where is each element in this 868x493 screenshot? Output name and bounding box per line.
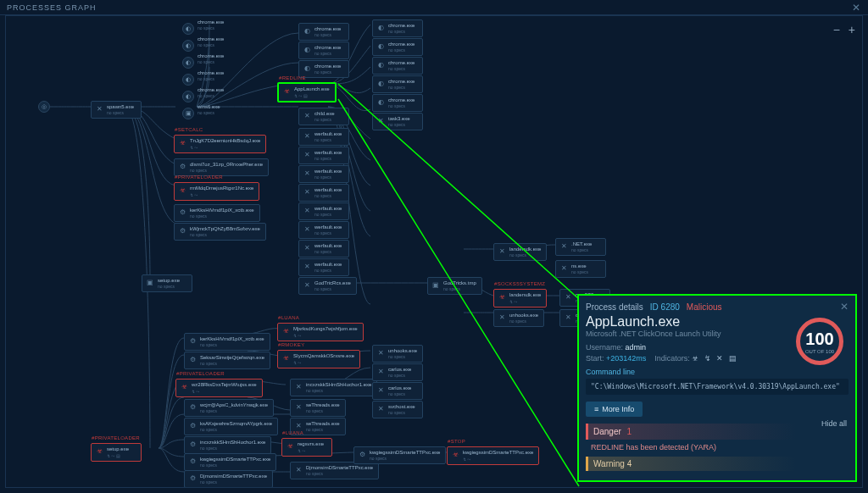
process-node[interactable]: ⚙SeksarSinwijeQrjefwzqn.exeno specs <box>184 352 270 369</box>
threat-tag: #PRIVATELOADER <box>175 174 223 180</box>
process-node[interactable]: ▣GodTricks.tmpno specs <box>427 277 482 295</box>
process-node[interactable]: chrome.exeno specs <box>198 36 248 47</box>
chrome-icon[interactable]: ◐ <box>182 23 194 35</box>
gear-icon: ⚙ <box>358 450 366 458</box>
process-node[interactable]: ✕seThreads.exeno specs <box>290 399 346 417</box>
process-node-malicious[interactable]: #SETCALC ☣ TnJgK7D2eemionHkBsdqJ.exe↯ ⤳ <box>174 135 266 153</box>
threat-tag: #SOCKS5SYSTEMZ <box>494 281 545 286</box>
process-node[interactable]: ⚙kwgiegssimDSmarteTTPxc.exeno specs <box>353 446 446 464</box>
process-node[interactable]: chrome.exeno specs <box>198 87 248 98</box>
indicators-label: Indicators: <box>654 354 690 363</box>
process-node[interactable]: ⚙kerKksHiVmdf1piX_xctb.exeno specs <box>184 333 270 351</box>
root-process-icon[interactable]: ◎ <box>38 101 50 113</box>
process-node[interactable]: ⚙ kWjmckTpQhZyB8mSofxrv.exeno specs <box>174 223 266 241</box>
process-node-highlighted[interactable]: #REDLINE ☣ AppLaunch.exe↯ ⤳ ▤ <box>277 82 337 102</box>
wrench-icon: ✕ <box>294 465 303 474</box>
process-node[interactable]: ◐chrome.exeno specs <box>372 94 423 112</box>
wrench-icon: ✕ <box>376 367 385 375</box>
process-node[interactable]: ✕werfault.exeno specs <box>298 202 349 220</box>
process-node[interactable]: ◐chrome.exeno specs <box>372 75 423 93</box>
zoom-out-button[interactable]: − <box>833 23 840 36</box>
process-node[interactable]: chrome.exeno specs <box>198 53 248 64</box>
graph-canvas[interactable]: − + <box>5 15 863 488</box>
wrench-icon: ✕ <box>303 150 311 158</box>
process-node[interactable]: ✕landersdk.exeno specs <box>493 243 547 261</box>
process-node[interactable]: ◐chrome.exeno specs <box>372 38 423 56</box>
process-node-malicious[interactable]: #RMOKEY ☣ SIycmQamskkOSrxsre.exe↯ ⤳ <box>277 350 360 368</box>
details-pid: ID 6280 <box>650 302 680 312</box>
process-node[interactable]: ⚙DjmonsimDSmarteTTPxc.exeno specs <box>184 470 273 488</box>
process-node[interactable]: ✕task3.exeno specs <box>372 113 423 130</box>
process-node[interactable]: ◐chrome.exeno specs <box>298 60 349 78</box>
process-node[interactable]: ◐chrome.exeno specs <box>298 23 349 41</box>
process-node-malicious[interactable]: #LUANA ☣ MjsrksdKungs7wjshfjom.exe↯ ⤳ <box>277 323 364 341</box>
process-node[interactable]: ✕werfault.exeno specs <box>298 165 349 183</box>
process-node[interactable]: ✕child.exeno specs <box>298 108 349 125</box>
process-node[interactable]: ✕unhooks.exeno specs <box>372 345 423 363</box>
wins-icon[interactable]: ▣ <box>182 108 194 119</box>
process-node[interactable]: wins6.exeno specs <box>198 104 248 115</box>
wrench-icon: ✕ <box>303 111 311 119</box>
process-node[interactable]: ✕werfault.exeno specs <box>298 147 349 164</box>
process-node[interactable]: ⚙ dlsmi7oz_31zp_0RrxxePher.exeno specs <box>174 158 269 176</box>
process-node[interactable]: ✕werfault.exeno specs <box>298 258 349 276</box>
wrench-icon: ✕ <box>303 243 311 252</box>
close-icon[interactable]: ✕ <box>852 2 861 14</box>
biohazard-icon: ☣ <box>286 441 294 450</box>
process-node[interactable]: ✕unhooks.exeno specs <box>493 309 544 327</box>
process-node[interactable]: ◐chrome.exeno specs <box>372 19 423 37</box>
threat-tag: #LUANA <box>278 315 299 320</box>
process-node[interactable]: ⚙ksAKsjewhreSzmqmAYpgrk.exeno specs <box>184 418 278 435</box>
process-node[interactable]: ✕werfault.exeno specs <box>298 221 349 239</box>
process-node[interactable]: ✕werfault.exeno specs <box>298 128 349 146</box>
process-node[interactable]: ✕carlos.exeno specs <box>372 363 423 381</box>
chrome-icon[interactable]: ◐ <box>182 74 194 86</box>
gear-icon: ⚙ <box>188 440 197 448</box>
process-node[interactable]: ✕werfault.exeno specs <box>298 240 349 258</box>
warning-section[interactable]: Warning 4 <box>586 457 849 471</box>
threat-tag: #SETCALC <box>175 127 203 132</box>
gear-icon: ⚙ <box>178 226 186 235</box>
more-info-button[interactable]: ≡ More Info <box>586 402 643 417</box>
process-node[interactable]: ✕ spawn5.exe no specs <box>91 101 142 119</box>
process-node-malicious[interactable]: #LUANA ☣ regsvrs.exe↯ ⤳ <box>281 438 332 457</box>
danger-section[interactable]: Danger 1 <box>586 424 849 440</box>
process-node[interactable]: chrome.exeno specs <box>198 70 248 81</box>
chrome-icon[interactable]: ◐ <box>182 40 194 52</box>
chrome-icon[interactable]: ◐ <box>182 57 194 69</box>
process-node[interactable]: ✕.NET.exeno specs <box>555 238 606 256</box>
details-close-icon[interactable]: ✕ <box>840 301 849 313</box>
process-node[interactable]: ✕svchost.exeno specs <box>372 401 423 418</box>
zoom-in-button[interactable]: + <box>849 23 855 36</box>
process-node[interactable]: ▣ setup.exeno specs <box>142 274 192 292</box>
threat-tag: #STOP <box>448 439 465 444</box>
gear-icon: ⚙ <box>178 208 186 216</box>
process-node[interactable]: ✕werfault.exeno specs <box>298 184 349 202</box>
chrome-icon[interactable]: ◐ <box>182 91 194 102</box>
process-node[interactable]: ◐chrome.exeno specs <box>298 42 349 59</box>
process-node[interactable]: ✕carlos.exeno specs <box>372 382 423 400</box>
process-node[interactable]: ⚙wcjrr@ApsC_kdvinYrwqjk.exeno specs <box>184 399 274 417</box>
process-node[interactable]: ◐chrome.exeno specs <box>372 57 423 75</box>
process-node[interactable]: ⚙incxzskkSHmShHochor1.exeno specs <box>184 436 271 454</box>
chrome-icon: ◐ <box>376 79 385 87</box>
biohazard-icon: ☣ <box>180 382 188 391</box>
process-node[interactable]: ✕DjmonsimDSmarteTTPxc.exeno specs <box>290 462 379 479</box>
threat-score: 100 OUT OF 100 <box>796 318 843 365</box>
process-node[interactable]: ✕incxzskkSHmShHochor1.exeno specs <box>290 379 377 396</box>
wrench-icon: ✕ <box>303 224 311 233</box>
process-node-malicious[interactable]: #STOP ☣ kwgiegssimDSmarteTTPxc.exe↯ ⤳ <box>447 446 539 465</box>
process-node[interactable]: chrome.exeno specs <box>198 19 248 30</box>
gear-icon: ⚙ <box>188 474 197 482</box>
process-node-malicious[interactable]: #SOCKS5SYSTEMZ ☣ landersdk.exe↯ ⤳ <box>493 289 547 307</box>
process-node[interactable]: ✕GodTricRcs.exeno specs <box>298 277 357 295</box>
process-node[interactable]: ✕ns.exeno specs <box>555 260 606 278</box>
commandline-value[interactable]: "C:\Windows\Microsoft.NET\Framework\v4.0… <box>586 379 849 395</box>
process-node-malicious[interactable]: #PRIVATELOADER ☣ wz28RksDxsTejmWtujss.ex… <box>175 379 263 397</box>
hide-all-link[interactable]: Hide all <box>821 419 847 428</box>
process-node-malicious[interactable]: #PRIVATELOADER ☣ setup.exe↯ ⤳ ▤ <box>91 443 142 462</box>
process-node[interactable]: ⚙ kerKksHiVmdf1piX_xctb.exeno specs <box>174 204 260 222</box>
biohazard-icon: ☣ <box>282 86 291 95</box>
process-node[interactable]: ⚙kwgiegssimDSmarteTTPxc.exeno specs <box>184 453 276 471</box>
process-node-malicious[interactable]: #PRIVATELOADER ☣ rmMdqDmejusRtgxr1Nc.exe… <box>174 182 259 201</box>
